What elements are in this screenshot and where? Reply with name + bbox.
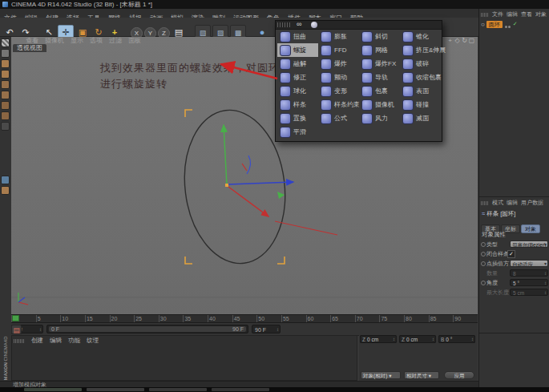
- enable-axis-button[interactable]: [1, 111, 10, 120]
- deformer-menu-item[interactable]: 斜切: [359, 30, 400, 43]
- deformer-menu-item[interactable]: 爆炸: [318, 57, 359, 71]
- deformer-menu-item[interactable]: 风力: [359, 111, 400, 125]
- z-axis-handle[interactable]: [228, 182, 293, 184]
- tangent-handle-red[interactable]: [242, 164, 247, 171]
- interpolation-dropdown[interactable]: 自动适应▾: [510, 260, 548, 267]
- attributes-menu-item[interactable]: 用户数据: [519, 199, 545, 207]
- deformer-menu-item[interactable]: 表面: [400, 84, 441, 98]
- polygons-mode-button[interactable]: [1, 101, 10, 110]
- deformer-menu-item[interactable]: 导轨: [359, 71, 400, 84]
- panel-grip-icon[interactable]: [14, 339, 24, 343]
- deformer-menu-item[interactable]: 颤动: [318, 71, 359, 84]
- viewport-solo-button[interactable]: [1, 122, 10, 131]
- anim-dot-icon[interactable]: [481, 261, 486, 266]
- deformer-menu-item[interactable]: 样条: [277, 98, 318, 111]
- palette-grip-icon[interactable]: [277, 22, 292, 27]
- object-name[interactable]: 圆环: [486, 21, 503, 28]
- make-editable-button[interactable]: [1, 38, 10, 47]
- deformer-menu-item[interactable]: 修正: [277, 71, 318, 84]
- angle-field[interactable]: 5 °↕: [510, 279, 548, 286]
- deformer-menu-item[interactable]: 置换: [277, 111, 318, 125]
- attribute-row-count: 数量 8↕: [481, 269, 548, 277]
- position-field[interactable]: Z0 cm↕: [360, 335, 397, 343]
- shrink-wrap-icon: [402, 72, 414, 83]
- material-menu-item[interactable]: 编辑: [46, 337, 65, 345]
- deformer-menu-item[interactable]: 包裹: [359, 84, 400, 98]
- toolbar-separator[interactable]: [123, 19, 129, 34]
- deformer-menu-item[interactable]: 爆炸FX: [359, 57, 400, 71]
- anim-dot-icon[interactable]: [481, 281, 486, 285]
- deformer-menu-item[interactable]: 摄像机: [359, 98, 400, 111]
- deformer-menu-item[interactable]: 挤压&伸展: [400, 43, 441, 57]
- deformer-menu-item[interactable]: 碰撞: [400, 98, 441, 111]
- panel-grip-icon[interactable]: [481, 201, 488, 205]
- spherify-icon: [280, 86, 291, 97]
- attributes-menu-item[interactable]: 编辑: [505, 199, 519, 207]
- deformer-menu-item[interactable]: 破碎: [400, 57, 441, 71]
- timeline-ruler[interactable]: 051015202530354045505560657075808590: [11, 314, 478, 323]
- size-field[interactable]: Z0 cm↕: [399, 335, 436, 343]
- deformer-menu-item[interactable]: 减面: [400, 111, 441, 125]
- timeline-playhead[interactable]: [12, 315, 19, 321]
- enabled-check-icon[interactable]: ✓: [513, 21, 518, 27]
- anim-dot-icon[interactable]: [481, 242, 486, 247]
- deformer-menu-item[interactable]: 扭曲: [277, 30, 318, 43]
- material-menu-item[interactable]: 功能: [65, 337, 83, 345]
- deformer-menu-item[interactable]: 样条约束: [318, 98, 359, 111]
- deformer-menu-item[interactable]: 公式: [318, 111, 359, 125]
- deformer-menu-item[interactable]: 螺旋: [277, 43, 318, 57]
- deformer-menu-item[interactable]: 球化: [277, 84, 318, 98]
- panel-grip-icon[interactable]: [481, 13, 488, 17]
- deformer-menu-item[interactable]: 网格: [359, 43, 400, 57]
- type-dropdown[interactable]: 贝塞尔(Bezier)▾: [510, 240, 548, 248]
- object-manager-menu-item[interactable]: 文件: [490, 10, 505, 18]
- workplane-snap-button[interactable]: [1, 186, 10, 195]
- tangent-handle-blue[interactable]: [247, 156, 251, 174]
- apply-button[interactable]: 应用: [444, 371, 474, 379]
- deformer-menu-item[interactable]: 融解: [277, 57, 318, 71]
- end-frame-field[interactable]: 90 F↕: [252, 325, 281, 333]
- attributes-tab[interactable]: 对象: [521, 224, 540, 233]
- coordinate-mode-dropdown[interactable]: 对象(相对) ▾: [361, 371, 401, 379]
- size-mode-dropdown[interactable]: 相对尺寸 ▾: [404, 371, 439, 379]
- edges-mode-button[interactable]: [1, 91, 10, 99]
- axis-origin-handle[interactable]: [225, 184, 228, 187]
- toolbar-separator[interactable]: [248, 19, 253, 34]
- taskbar-button[interactable]: [24, 388, 82, 391]
- timeline-tick: 5: [36, 315, 61, 322]
- frame-range-slider[interactable]: 0 F 90 F: [46, 325, 248, 333]
- enable-snap-button[interactable]: [1, 176, 10, 184]
- range-bar[interactable]: [49, 326, 246, 332]
- deformer-menu-item[interactable]: 平滑: [277, 125, 318, 139]
- deformer-menu-item[interactable]: 锥化: [400, 30, 441, 43]
- deformer-menu-item[interactable]: 收缩包裹: [400, 71, 441, 84]
- attributes-menu-item[interactable]: 模式: [490, 199, 505, 207]
- polygon-reduction-icon: [402, 113, 414, 124]
- object-manager-menu-item[interactable]: 查看: [519, 10, 534, 18]
- deformer-menu-item[interactable]: 膨胀: [318, 30, 359, 43]
- material-menu-item[interactable]: 创建: [28, 337, 46, 345]
- object-manager-menu-item[interactable]: 对象: [534, 10, 548, 18]
- object-row[interactable]: ○ 圆环 ✓: [481, 20, 518, 28]
- scale-handle[interactable]: [277, 192, 285, 199]
- model-mode-button[interactable]: [1, 49, 10, 58]
- render-preview-button[interactable]: ▤: [11, 325, 22, 334]
- deformer-menu-item[interactable]: 变形: [318, 84, 359, 98]
- taskbar-button[interactable]: [149, 388, 207, 391]
- x-axis-handle[interactable]: [228, 187, 268, 216]
- anim-dot-icon[interactable]: [481, 252, 486, 257]
- toolbar-separator[interactable]: [34, 19, 40, 34]
- points-mode-button[interactable]: [1, 80, 10, 89]
- visibility-dots[interactable]: [505, 17, 511, 31]
- taskbar-button[interactable]: [212, 388, 269, 391]
- workplane-mode-button[interactable]: [1, 70, 10, 79]
- toolbar-separator[interactable]: [188, 19, 193, 34]
- palette-header[interactable]: ∞: [276, 21, 442, 30]
- rotation-field[interactable]: B0 °↕: [438, 335, 475, 343]
- y-axis-handle[interactable]: [224, 125, 227, 185]
- taskbar-button[interactable]: [87, 388, 144, 391]
- material-menu-item[interactable]: 纹理: [83, 337, 102, 345]
- deformer-menu-item[interactable]: FFD: [318, 43, 359, 57]
- close-spline-checkbox[interactable]: ✓: [507, 250, 515, 258]
- texture-mode-button[interactable]: [1, 59, 10, 68]
